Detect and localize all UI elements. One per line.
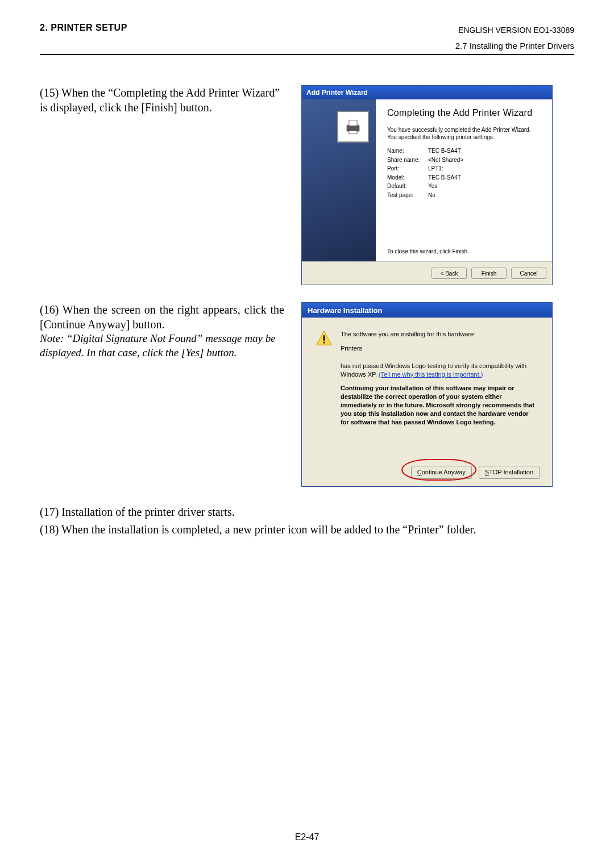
- prop-testpage: Test page:No: [387, 191, 544, 200]
- step-17-text: (17) Installation of the printer driver …: [40, 504, 574, 520]
- prop-port: Port:LPT1:: [387, 164, 544, 173]
- warning-icon: [316, 330, 334, 453]
- chapter-title: 2. PRINTER SETUP: [40, 23, 127, 33]
- wizard-lead-1: You have successfully completed the Add …: [387, 126, 544, 133]
- page-number: E2-47: [0, 832, 614, 842]
- wizard-properties: Name:TEC B-SA4T Share name:<Not Shared> …: [387, 147, 544, 199]
- doc-version: ENGLISH VERSION EO1-33089: [455, 23, 574, 38]
- svg-rect-1: [349, 120, 357, 126]
- step-15-text: (15) When the “Completing the Add Printe…: [40, 85, 284, 115]
- wizard-side-graphic: [302, 99, 376, 261]
- svg-rect-4: [323, 335, 325, 340]
- section-title: 2.7 Installing the Printer Drivers: [455, 38, 574, 55]
- back-button[interactable]: < Back: [432, 268, 467, 279]
- tell-me-why-link[interactable]: (Tell me why this testing is important.): [379, 371, 483, 378]
- hwdlg-line1: The software you are installing for this…: [341, 330, 537, 339]
- wizard-titlebar: Add Printer Wizard: [302, 86, 552, 99]
- wizard-lead-2: You specified the following printer sett…: [387, 133, 544, 141]
- wizard-closing-text: To close this wizard, click Finish.: [387, 248, 544, 257]
- stop-installation-button[interactable]: STOP Installation: [479, 466, 540, 479]
- add-printer-wizard-dialog: Add Printer Wizard Completing the Add Pr…: [301, 85, 553, 285]
- hwdlg-printers: Printers: [341, 344, 537, 353]
- svg-rect-5: [323, 342, 325, 344]
- cancel-button[interactable]: Cancel: [511, 268, 546, 279]
- prop-model: Model:TEC B-SA4T: [387, 173, 544, 182]
- step-18-text: (18) When the installation is completed,…: [40, 521, 574, 538]
- continue-anyway-button[interactable]: Continue Anyway: [411, 466, 472, 479]
- hwdlg-bold-text: Continuing your installation of this sof…: [341, 384, 537, 426]
- header-divider: [40, 54, 574, 55]
- hwdlg-titlebar: Hardware Installation: [302, 303, 552, 318]
- wizard-heading: Completing the Add Printer Wizard: [387, 108, 544, 118]
- prop-share: Share name:<Not Shared>: [387, 156, 544, 165]
- hardware-installation-dialog: Hardware Installation The software you a…: [301, 302, 553, 487]
- step-16-text: (16) When the screen on the right appear…: [40, 302, 284, 332]
- step-16-note: Note: “Digital Signature Not Found” mess…: [40, 332, 284, 360]
- hwdlg-logo-text: has not passed Windows Logo testing to v…: [341, 362, 537, 379]
- prop-default: Default:Yes: [387, 182, 544, 191]
- svg-rect-2: [349, 131, 357, 134]
- printer-icon: [337, 111, 369, 143]
- finish-button[interactable]: Finish: [471, 268, 507, 279]
- prop-name: Name:TEC B-SA4T: [387, 147, 544, 156]
